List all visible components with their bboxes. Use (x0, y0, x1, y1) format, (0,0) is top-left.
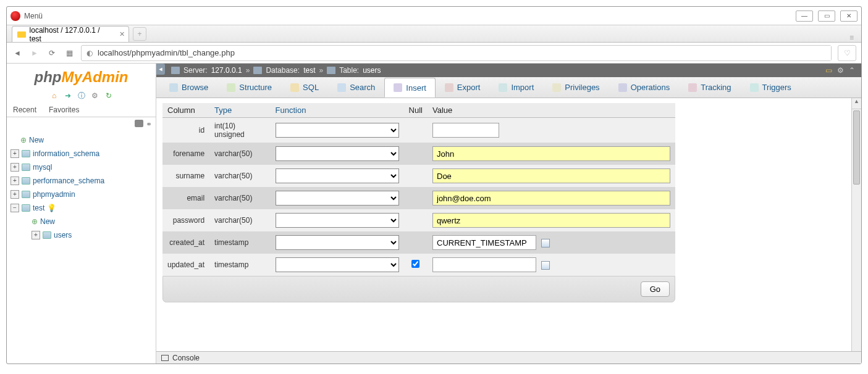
tab-close-icon[interactable]: ✕ (119, 30, 125, 38)
tree-db-phpmyadmin[interactable]: + phpmyadmin (7, 188, 156, 201)
table-row: emailvarchar(50) (162, 187, 675, 209)
gear-icon[interactable]: ⚙ (837, 66, 844, 75)
link-icon[interactable]: ⚭ (146, 120, 152, 128)
tab-sql[interactable]: SQL (281, 78, 328, 98)
new-table-link[interactable]: ⊕ New (7, 215, 156, 228)
tree-db-information-schema[interactable]: + information_schema (7, 147, 156, 160)
close-button[interactable]: ✕ (840, 10, 857, 22)
column-name: email (162, 187, 209, 209)
tab-export[interactable]: Export (436, 78, 490, 98)
function-select[interactable] (276, 146, 399, 161)
value-input[interactable] (432, 168, 670, 183)
speed-dial-button[interactable]: ▦ (64, 48, 75, 59)
url-input[interactable] (98, 46, 831, 60)
reload-nav-icon[interactable]: ↻ (104, 91, 114, 101)
value-input[interactable] (432, 123, 499, 138)
browser-tab[interactable]: localhost / 127.0.0.1 / test ✕ (12, 26, 129, 42)
recent-tab[interactable]: Recent (7, 103, 43, 117)
expand-icon[interactable]: + (11, 177, 19, 185)
tab-tracking[interactable]: Tracking (679, 78, 740, 98)
window-icon[interactable]: ▭ (825, 66, 832, 75)
insert-grid: Column Type Function Null Value idint(10… (162, 103, 675, 276)
function-select[interactable] (276, 168, 399, 183)
column-name: password (162, 209, 209, 231)
value-input[interactable] (432, 146, 670, 161)
minimize-button[interactable]: — (796, 10, 813, 22)
column-name: id (162, 118, 209, 143)
go-button[interactable]: Go (641, 281, 670, 297)
expand-icon[interactable]: + (32, 231, 40, 239)
back-button[interactable]: ◄ (12, 48, 23, 59)
tab-browse[interactable]: Browse (160, 78, 217, 98)
table-row: passwordvarchar(50) (162, 209, 675, 231)
calendar-icon[interactable] (541, 261, 550, 270)
column-name: created_at (162, 231, 209, 254)
expand-icon[interactable]: + (11, 190, 19, 199)
opera-icon (11, 11, 20, 21)
menu-button[interactable]: Menü (24, 12, 43, 20)
collapse-tree-icon[interactable] (135, 120, 143, 127)
docs-icon[interactable]: ⓘ (77, 91, 86, 101)
tree-db-test[interactable]: − test 💡 (7, 201, 156, 215)
reload-button[interactable]: ⟳ (46, 48, 57, 59)
new-db-link[interactable]: ⊕ New (7, 133, 156, 147)
tab-insert[interactable]: Insert (384, 78, 436, 98)
tab-operations[interactable]: Operations (609, 78, 680, 98)
table-row: forenamevarchar(50) (162, 143, 675, 165)
search-icon (337, 83, 346, 92)
expand-icon[interactable]: + (11, 149, 19, 158)
pma-logo: phpMyAdmin (7, 64, 156, 88)
column-name: updated_at (162, 254, 209, 276)
tree-db-performance-schema[interactable]: + performance_schema (7, 174, 156, 188)
function-select[interactable] (276, 123, 399, 138)
logout-icon[interactable]: ➜ (63, 91, 73, 101)
tabstrip-menu-icon[interactable]: ≡ (849, 33, 861, 42)
tab-triggers[interactable]: Triggers (741, 78, 801, 98)
tab-privileges[interactable]: Privileges (543, 78, 609, 98)
collapse-sidebar-button[interactable]: ◄ (156, 64, 165, 75)
tabstrip: localhost / 127.0.0.1 / test ✕ + ≡ (7, 25, 861, 43)
tree-table-users[interactable]: + users (7, 228, 156, 242)
tab-search[interactable]: Search (328, 78, 384, 98)
collapse-icon[interactable]: − (11, 204, 19, 212)
expand-icon[interactable]: + (11, 163, 19, 172)
column-type: int(10) unsigned (209, 118, 271, 143)
column-type: varchar(50) (209, 143, 271, 165)
value-input[interactable] (432, 213, 670, 228)
bc-server-link[interactable]: 127.0.0.1 (211, 66, 242, 75)
scroll-up-icon[interactable]: ▲ (852, 98, 861, 109)
bc-table-link[interactable]: users (363, 66, 381, 75)
bc-db-link[interactable]: test (303, 66, 315, 75)
scroll-thumb[interactable] (853, 110, 860, 185)
null-checkbox[interactable] (411, 260, 419, 268)
function-select[interactable] (276, 257, 399, 272)
home-icon[interactable]: ⌂ (49, 91, 59, 101)
function-select[interactable] (276, 191, 399, 206)
function-select[interactable] (276, 213, 399, 228)
settings-icon[interactable]: ⚙ (90, 91, 100, 101)
new-tab-button[interactable]: + (133, 27, 146, 41)
th-function[interactable]: Function (271, 103, 404, 118)
tab-title: localhost / 127.0.0.1 / test (30, 26, 111, 43)
favorites-tab[interactable]: Favorites (43, 103, 85, 117)
column-type: varchar(50) (209, 209, 271, 231)
tree-db-mysql[interactable]: + mysql (7, 160, 156, 174)
up-icon[interactable]: ⌃ (849, 66, 855, 75)
bookmark-button[interactable]: ♡ (838, 45, 856, 61)
tab-import[interactable]: Import (489, 78, 543, 98)
value-input[interactable] (432, 257, 536, 272)
table-row: updated_attimestamp (162, 254, 675, 276)
tab-structure[interactable]: Structure (217, 78, 281, 98)
operations-icon (618, 83, 627, 92)
address-bar: ◄ ► ⟳ ▦ ◐ ♡ (7, 43, 861, 64)
console-bar[interactable]: Console (156, 351, 861, 364)
column-type: varchar(50) (209, 187, 271, 209)
value-input[interactable] (432, 191, 670, 206)
function-select[interactable] (276, 235, 399, 250)
maximize-button[interactable]: ▭ (818, 10, 835, 22)
scrollbar-vertical[interactable]: ▲ (851, 98, 861, 351)
value-input[interactable] (432, 235, 536, 250)
calendar-icon[interactable] (541, 239, 550, 247)
privileges-icon (552, 83, 561, 92)
th-type[interactable]: Type (209, 103, 271, 118)
